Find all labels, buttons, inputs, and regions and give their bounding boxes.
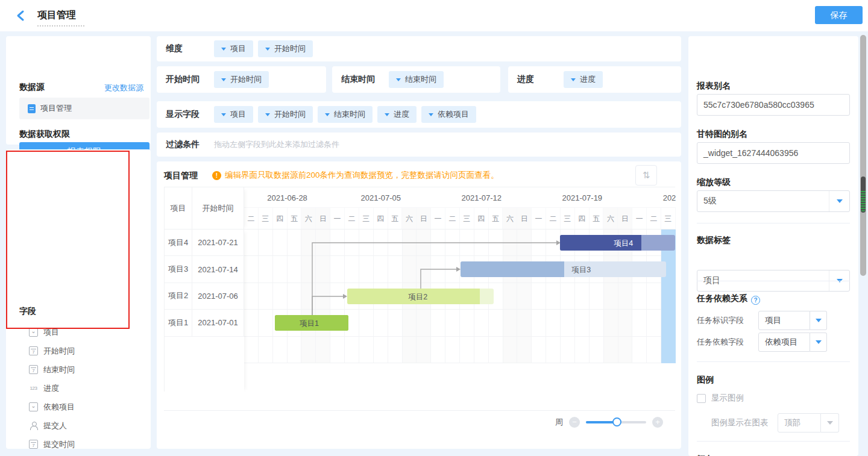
task-dep-value: 依赖项目 — [765, 337, 797, 348]
task-id-caret-button[interactable] — [810, 311, 827, 330]
zoom-unit-label: 周 — [555, 417, 563, 428]
top-bar: 项目管理 保存 — [0, 0, 868, 31]
datasource-item[interactable]: 项目管理 — [19, 98, 149, 119]
task-id-select[interactable]: 项目 — [758, 311, 810, 330]
column-header-start: 开始时间 — [192, 187, 244, 230]
divider — [697, 223, 850, 223]
scrollbar-thumb[interactable] — [861, 176, 866, 213]
day-header-cell: 六 — [503, 208, 517, 230]
task-dep-row: 任务依赖字段 依赖项目 — [697, 333, 850, 352]
task-dep-select[interactable]: 依赖项目 — [758, 333, 810, 352]
zoom-out-button[interactable]: − — [569, 417, 580, 428]
filter-row[interactable]: 过滤条件 拖动左侧字段到此处来添加过滤条件 — [157, 133, 681, 157]
progress-row: 进度 进度 — [508, 66, 681, 93]
task-start-cell: 2021-07-21 — [192, 230, 244, 255]
field-item[interactable]: 开始时间 — [6, 342, 151, 360]
legend-position-caret-button[interactable] — [821, 413, 839, 433]
gantt-bar-progress — [461, 261, 564, 277]
field-item[interactable]: 提交人 — [6, 416, 151, 435]
show-legend-checkbox[interactable] — [697, 394, 706, 403]
field-tag[interactable]: 结束时间 — [389, 71, 444, 88]
field-tag[interactable]: 结束时间 — [318, 106, 373, 123]
field-item-label: 提交时间 — [43, 439, 75, 450]
field-item[interactable]: 依赖项目 — [6, 398, 151, 416]
gantt-bar-label: 项目2 — [408, 292, 427, 302]
legend-position-select[interactable]: 顶部 — [778, 413, 821, 433]
calendar-icon — [29, 440, 38, 449]
field-tag[interactable]: 开始时间 — [214, 71, 269, 88]
day-header-cell: 三 — [359, 208, 374, 230]
fields-card: 字段 项目开始时间结束时间进度依赖项目提交人提交时间更新时间 — [6, 149, 151, 449]
show-legend-row: 显示图例 — [697, 393, 850, 404]
day-header-cell: 一 — [632, 208, 647, 230]
back-icon[interactable] — [16, 10, 27, 22]
day-header-cell: 二 — [546, 208, 561, 230]
day-header-cell: 四 — [474, 208, 489, 230]
gantt-bar-label: 项目4 — [614, 239, 633, 249]
dimension-row: 维度 项目开始时间 — [157, 36, 681, 61]
day-header-cell: 二 — [345, 208, 359, 230]
field-item[interactable]: 提交时间 — [6, 435, 151, 454]
day-header-cell: 日 — [417, 208, 431, 230]
scrollbar-track[interactable] — [860, 35, 866, 276]
report-alias-input[interactable]: 55c7c730e6780a580cc03965 — [697, 94, 850, 116]
field-item[interactable]: 项目 — [6, 323, 151, 342]
field-item[interactable]: 结束时间 — [6, 360, 151, 379]
day-header-cell: 三 — [561, 208, 575, 230]
field-tag[interactable]: 项目 — [214, 40, 253, 57]
gantt-bar-项目3[interactable] — [461, 261, 667, 277]
task-id-label: 任务标识字段 — [697, 315, 758, 326]
field-item[interactable]: 进度 — [6, 379, 151, 398]
chevron-down-icon — [816, 340, 822, 347]
filter-label: 过滤条件 — [166, 139, 200, 150]
end-time-tags: 结束时间 — [389, 71, 444, 88]
zoom-level-select[interactable]: 5级 — [697, 190, 850, 212]
save-button[interactable]: 保存 — [815, 6, 863, 24]
day-header-cell: 六 — [603, 208, 618, 230]
day-header-cell: 一 — [330, 208, 345, 230]
task-dep-caret-button[interactable] — [810, 333, 827, 352]
day-header-cell: 一 — [431, 208, 445, 230]
day-header-cell: 一 — [532, 208, 546, 230]
field-item[interactable]: 更新时间 — [6, 454, 151, 456]
document-icon — [28, 104, 36, 113]
zoom-in-button[interactable]: + — [652, 417, 663, 428]
calendar-icon — [29, 346, 38, 355]
caret-down-icon — [221, 48, 226, 53]
gantt-bar-label: 项目1 — [300, 319, 319, 329]
fields-label: 字段 — [19, 306, 36, 317]
field-tag[interactable]: 进度 — [564, 71, 603, 88]
end-time-label: 结束时间 — [341, 74, 375, 85]
change-datasource-link[interactable]: 更改数据源 — [6, 83, 143, 93]
datasource-card: 数据源 更改数据源 项目管理 数据获取权限 报表权限 — [6, 36, 151, 145]
field-list: 项目开始时间结束时间进度依赖项目提交人提交时间更新时间 — [6, 323, 151, 456]
field-tag[interactable]: 开始时间 — [258, 106, 313, 123]
day-header-cell: 五 — [590, 208, 604, 230]
day-header-cell: 四 — [575, 208, 590, 230]
chevron-down-icon — [837, 199, 843, 206]
person-icon — [29, 421, 38, 430]
gantt-alias-input[interactable]: _widget_1627444063956 — [697, 142, 850, 164]
gantt-week-header: 2021-06-282021-07-052021-07-122021-07-19… — [244, 187, 676, 208]
number-icon — [29, 384, 38, 393]
task-name-cell: 项目3 — [165, 256, 192, 282]
field-tag[interactable]: 进度 — [377, 106, 417, 123]
field-tag[interactable]: 依赖项目 — [421, 106, 476, 123]
day-header-cell: 三 — [661, 208, 676, 230]
zoom-slider-handle[interactable] — [612, 417, 621, 426]
tag-label: 进度 — [394, 109, 409, 120]
divider — [697, 281, 850, 281]
zoom-slider[interactable] — [586, 421, 646, 423]
filter-placeholder: 拖动左侧字段到此处来添加过滤条件 — [214, 139, 339, 150]
field-tag[interactable]: 开始时间 — [258, 40, 313, 57]
field-item-label: 开始时间 — [43, 346, 75, 357]
field-tag[interactable]: 项目 — [214, 106, 253, 123]
task-name-cell: 项目4 — [165, 230, 192, 255]
help-icon[interactable]: ? — [751, 296, 760, 305]
week-header-cell: 2021-07-05 — [330, 187, 431, 208]
sort-button[interactable]: ⇅ — [635, 165, 657, 186]
column-header-project: 项目 — [165, 187, 192, 230]
gantt-card: 项目管理 ! 编辑界面只取数据源前200条作为查询数据预览，完整数据请访问页面查… — [157, 161, 681, 449]
caret-box — [829, 191, 849, 211]
start-time-row: 开始时间 开始时间 — [157, 66, 326, 93]
